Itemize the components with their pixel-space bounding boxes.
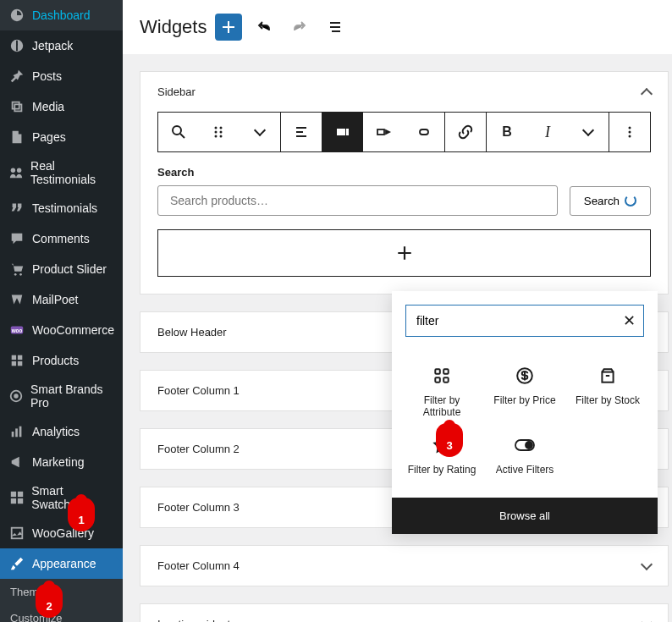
toolbar-italic-button[interactable]: I [527, 113, 568, 151]
svg-point-42 [526, 442, 532, 449]
svg-point-12 [14, 394, 18, 398]
clear-search-button[interactable]: ✕ [623, 311, 636, 330]
sidebar-item-comments[interactable]: Comments [0, 223, 123, 254]
panel-header[interactable]: Sidebar [140, 72, 668, 112]
svg-rect-29 [346, 129, 349, 135]
undo-button[interactable] [251, 14, 278, 41]
sidebar-item-label: Real Testimonials [30, 159, 114, 186]
svg-point-4 [19, 273, 22, 276]
sidebar-item-smart-brands[interactable]: Smart Brands Pro [0, 376, 123, 416]
testimonials-icon [8, 164, 24, 181]
svg-rect-8 [18, 355, 22, 360]
sidebar-item-posts[interactable]: Posts [0, 61, 123, 91]
sidebar-item-label: Marketing [32, 455, 84, 469]
sidebar-item-label: Jetpack [32, 39, 73, 52]
sidebar-item-woocommerce[interactable]: wooWooCommerce [0, 315, 123, 345]
sidebar-item-label: Products [32, 354, 79, 367]
svg-point-24 [215, 135, 218, 138]
dashboard-icon [8, 7, 25, 24]
panel-title: Footer Column 1 [157, 384, 240, 397]
brands-icon [8, 388, 24, 405]
pin-icon [8, 68, 25, 85]
block-label: Filter by Attribute [405, 394, 478, 418]
block-inserter-popover: ✕ Filter by Attribute Filter by Price Fi… [392, 291, 658, 534]
svg-rect-31 [420, 129, 428, 135]
sidebar-item-label: Appearance [32, 557, 96, 570]
toolbar-layout-button-active[interactable] [322, 113, 363, 151]
sidebar-item-woogallery[interactable]: WooGallery [0, 518, 123, 548]
toolbar-search-type-icon[interactable] [158, 113, 199, 151]
block-label: Filter by Stock [576, 394, 640, 406]
svg-point-2 [17, 168, 21, 173]
svg-rect-28 [337, 129, 345, 135]
brush-icon [8, 555, 25, 572]
add-block-button[interactable] [215, 14, 242, 41]
block-filter-by-stock[interactable]: Filter by Stock [566, 357, 649, 427]
svg-point-26 [220, 131, 223, 134]
sidebar-item-label: WooCommerce [32, 323, 114, 337]
block-label: Active Filters [496, 464, 554, 476]
svg-point-1 [11, 168, 15, 173]
sidebar-item-smart-swatches[interactable]: Smart Swatches [0, 477, 123, 518]
panel-header[interactable]: Footer Column 4 [140, 546, 668, 586]
sidebar-item-label: Posts [32, 69, 62, 83]
toolbar-move-chevron[interactable] [240, 113, 280, 151]
svg-rect-15 [19, 427, 22, 438]
sidebar-item-real-testimonials[interactable]: Real Testimonials [0, 152, 123, 193]
chevron-up-icon [641, 87, 653, 99]
svg-rect-18 [10, 498, 15, 504]
toolbar-options-button[interactable] [609, 113, 650, 151]
panel-header[interactable]: Inactive widgets [140, 604, 668, 622]
redo-button[interactable] [286, 14, 313, 41]
toolbar-drag-handle[interactable] [199, 113, 240, 151]
inserter-search-input[interactable] [405, 305, 644, 337]
search-submit-button[interactable]: Search [570, 186, 651, 216]
sidebar-item-marketing[interactable]: Marketing [0, 447, 123, 477]
toolbar-bold-button[interactable]: B [487, 113, 527, 151]
toolbar-more-formatting[interactable] [568, 113, 609, 151]
block-filter-by-price[interactable]: Filter by Price [483, 357, 566, 427]
block-active-filters[interactable]: Active Filters [483, 427, 566, 484]
sidebar-item-product-slider[interactable]: Product Slider [0, 254, 123, 284]
widget-area-inactive: Inactive widgets [140, 603, 669, 622]
svg-rect-36 [443, 369, 449, 374]
sidebar-item-jetpack[interactable]: Jetpack [0, 30, 123, 61]
sidebar-item-testimonials[interactable]: Testimonials [0, 193, 123, 223]
main-content: Widgets Sidebar [123, 0, 672, 622]
sidebar-item-analytics[interactable]: Analytics [0, 416, 123, 447]
chevron-down-icon [641, 558, 653, 570]
svg-point-21 [173, 126, 181, 135]
block-label: Filter by Rating [408, 464, 476, 476]
browse-all-button[interactable]: Browse all [392, 498, 658, 534]
list-view-button[interactable] [322, 14, 349, 41]
svg-rect-16 [10, 492, 15, 497]
sidebar-item-label: Smart Brands Pro [30, 383, 114, 410]
svg-point-22 [215, 127, 218, 129]
panel-title: Footer Column 4 [157, 559, 240, 572]
search-products-input[interactable] [157, 185, 558, 216]
panel-title: Sidebar [157, 85, 196, 98]
sidebar-item-dashboard[interactable]: Dashboard [0, 0, 123, 30]
widget-areas-content: Sidebar [123, 54, 672, 622]
block-toolbar: B I [157, 112, 651, 152]
svg-rect-38 [443, 377, 449, 383]
sidebar-item-media[interactable]: Media [0, 91, 123, 122]
megaphone-icon [8, 454, 25, 471]
appender-add-block[interactable] [157, 229, 651, 277]
block-filter-by-attribute[interactable]: Filter by Attribute [400, 357, 483, 427]
sidebar-item-mailpoet[interactable]: MailPoet [0, 284, 123, 315]
callout-marker-2: 2 [36, 584, 63, 618]
toolbar-layout-button-2[interactable] [363, 113, 404, 151]
svg-rect-30 [377, 129, 384, 135]
sidebar-item-pages[interactable]: Pages [0, 122, 123, 152]
sidebar-item-appearance[interactable]: Appearance [0, 548, 123, 579]
products-icon [8, 352, 25, 369]
sidebar-item-products[interactable]: Products [0, 345, 123, 376]
sidebar-item-label: Media [32, 100, 64, 113]
toolbar-layout-button-3[interactable] [404, 113, 444, 151]
svg-rect-19 [17, 498, 22, 504]
sidebar-item-label: Testimonials [32, 201, 97, 215]
toolbar-align-button[interactable] [281, 113, 322, 151]
toolbar-link-button[interactable] [445, 113, 486, 151]
search-label: Search [157, 166, 651, 179]
